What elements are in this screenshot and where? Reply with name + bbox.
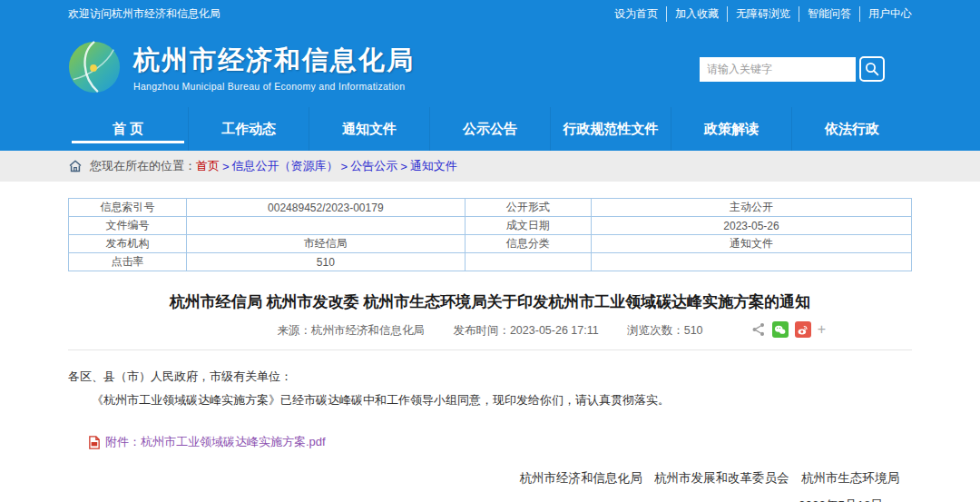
info-index-value: 002489452/2023-00179 <box>187 199 466 217</box>
article-title: 杭州市经信局 杭州市发改委 杭州市生态环境局关于印发杭州市工业领域碳达峰实施方案… <box>68 291 912 312</box>
issue-date-value: 2023-05-26 <box>591 217 911 235</box>
link-user-center[interactable]: 用户中心 <box>860 6 912 22</box>
table-row: 文件编号 成文日期 2023-05-26 <box>69 217 912 235</box>
category-value: 通知文件 <box>591 235 911 253</box>
breadcrumb-separator: > <box>222 160 230 173</box>
click-rate-label: 点击率 <box>69 253 187 271</box>
issue-date-label: 成文日期 <box>465 217 591 235</box>
link-add-favorite[interactable]: 加入收藏 <box>667 6 728 22</box>
publisher-label: 发布机构 <box>69 235 187 253</box>
nav-item-regulatory-documents[interactable]: 行政规范性文件 <box>550 107 671 151</box>
nav-label: 工作动态 <box>221 121 276 138</box>
page-content: 信息索引号 002489452/2023-00179 公开形式 主动公开 文件编… <box>0 182 980 502</box>
nav-item-notices[interactable]: 通知文件 <box>309 107 429 151</box>
attachment-row: 附件：杭州市工业领域碳达峰实施方案.pdf <box>88 434 912 450</box>
article-meta: 来源：杭州市经济和信息化局 发布时间：2023-05-26 17:11 浏览次数… <box>68 323 912 350</box>
share-toolbar: + <box>751 321 826 338</box>
category-label: 信息分类 <box>465 235 591 253</box>
table-row: 发布机构 市经信局 信息分类 通知文件 <box>69 235 912 253</box>
brand-block: 杭州市经济和信息化局 Hangzhou Municipal Bureau of … <box>133 43 415 92</box>
nav-item-policy-interpretation[interactable]: 政策解读 <box>671 107 791 151</box>
doc-number-value <box>187 217 466 235</box>
nav-item-work-news[interactable]: 工作动态 <box>188 107 309 151</box>
empty-cell <box>591 253 911 271</box>
nav-label: 依法行政 <box>825 121 879 138</box>
breadcrumb-announcements[interactable]: 公告公示 <box>350 158 397 174</box>
nav-label: 政策解读 <box>704 121 759 138</box>
public-form-value: 主动公开 <box>591 199 911 217</box>
article-body: 各区、县（市）人民政府，市级有关单位： 《杭州市工业领域碳达峰实施方案》已经市碳… <box>68 365 912 412</box>
click-rate-value: 510 <box>187 253 466 271</box>
nav-label: 公示公告 <box>463 121 517 138</box>
nav-item-announcements[interactable]: 公示公告 <box>429 107 550 151</box>
nav-item-home[interactable]: 首 页 <box>68 107 188 151</box>
more-share-icon[interactable]: + <box>818 321 826 338</box>
topbar: 欢迎访问杭州市经济和信息化局 设为首页 加入收藏 无障碍浏览 智能问答 用户中心 <box>0 0 980 27</box>
doc-number-label: 文件编号 <box>69 217 187 235</box>
document-info-table: 信息索引号 002489452/2023-00179 公开形式 主动公开 文件编… <box>68 198 912 271</box>
masthead: 杭州市经济和信息化局 Hangzhou Municipal Bureau of … <box>0 27 980 107</box>
article-publish-time: 发布时间：2023-05-26 17:11 <box>453 324 598 337</box>
weibo-share-icon[interactable] <box>795 321 811 338</box>
search-icon <box>865 62 879 76</box>
empty-cell <box>465 253 591 271</box>
link-smart-qa[interactable]: 智能问答 <box>799 6 860 22</box>
site-header-area: 欢迎访问杭州市经济和信息化局 设为首页 加入收藏 无障碍浏览 智能问答 用户中心 <box>0 0 980 151</box>
article-source: 来源：杭州市经济和信息化局 <box>277 324 425 337</box>
issuing-agencies: 杭州市经济和信息化局 杭州市发展和改革委员会 杭州市生态环境局 <box>68 470 912 487</box>
breadcrumb-prefix: 您现在所在的位置： <box>90 158 196 174</box>
wechat-share-icon[interactable] <box>772 321 789 338</box>
breadcrumb-notice-documents[interactable]: 通知文件 <box>410 158 457 174</box>
breadcrumb-separator: > <box>341 160 348 173</box>
nav-label: 行政规范性文件 <box>564 121 659 138</box>
welcome-text: 欢迎访问杭州市经济和信息化局 <box>68 6 220 22</box>
bureau-logo-icon <box>68 41 121 94</box>
main-nav: 首 页 工作动态 通知文件 公示公告 行政规范性文件 政策解读 依法行政 <box>0 107 980 151</box>
article-paragraph: 《杭州市工业领域碳达峰实施方案》已经市碳达峰碳中和工作领导小组同意，现印发给你们… <box>68 389 912 412</box>
nav-label: 通知文件 <box>342 121 397 138</box>
issue-date: 2023年5月18日 <box>68 497 912 502</box>
link-accessibility[interactable]: 无障碍浏览 <box>728 6 799 22</box>
nav-item-administration-by-law[interactable]: 依法行政 <box>791 107 912 151</box>
publisher-value: 市经信局 <box>187 235 466 253</box>
article-paragraph: 各区、县（市）人民政府，市级有关单位： <box>68 365 912 389</box>
public-form-label: 公开形式 <box>465 199 591 217</box>
search-input[interactable] <box>700 57 856 82</box>
share-icon[interactable] <box>751 322 766 337</box>
link-set-homepage[interactable]: 设为首页 <box>606 6 667 22</box>
breadcrumb-info-disclosure[interactable]: 信息公开（资源库） <box>232 158 338 174</box>
table-row: 点击率 510 <box>69 253 912 271</box>
site-subtitle: Hangzhou Municipal Bureau of Economy and… <box>133 81 415 92</box>
pdf-file-icon <box>88 436 101 449</box>
breadcrumb-home[interactable]: 首页 <box>196 158 220 174</box>
table-row: 信息索引号 002489452/2023-00179 公开形式 主动公开 <box>69 199 912 217</box>
search-area <box>700 56 885 82</box>
attachment-pdf-link[interactable]: 附件：杭州市工业领域碳达峰实施方案.pdf <box>105 434 326 450</box>
site-title: 杭州市经济和信息化局 <box>133 43 415 79</box>
article-view-count: 浏览次数：510 <box>627 324 702 337</box>
breadcrumb: 您现在所在的位置： 首页> 信息公开（资源库）> 公告公示> 通知文件 <box>0 151 980 182</box>
home-icon <box>68 159 83 173</box>
topbar-links: 设为首页 加入收藏 无障碍浏览 智能问答 用户中心 <box>606 6 912 22</box>
breadcrumb-separator: > <box>400 160 407 173</box>
info-index-label: 信息索引号 <box>69 199 187 217</box>
nav-label: 首 页 <box>113 121 143 138</box>
search-button[interactable] <box>859 56 885 82</box>
